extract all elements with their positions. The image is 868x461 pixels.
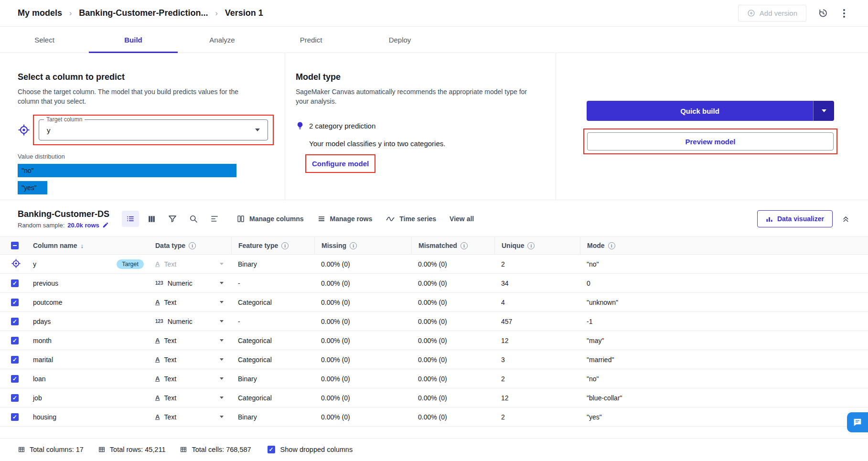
add-version-button[interactable]: Add version	[738, 5, 806, 21]
tab[interactable]: Analyze	[178, 27, 267, 53]
info-icon[interactable]	[461, 242, 468, 249]
unique-value: 12	[501, 337, 587, 344]
data-type-icon: A	[155, 394, 160, 401]
data-type-dropdown[interactable]: 123 Numeric	[155, 279, 238, 287]
column-header[interactable]: Data type	[155, 237, 238, 254]
row-checkbox[interactable]	[11, 413, 19, 421]
table-row: previous 123 Numeric - 0.00% (0) 0.00% (…	[0, 274, 868, 293]
row-checkbox[interactable]	[11, 375, 19, 383]
data-type-dropdown[interactable]: A Text	[155, 413, 238, 421]
sort-descending-icon[interactable]: ↓	[81, 242, 84, 249]
show-dropped-columns-checkbox[interactable]	[268, 446, 275, 453]
quick-build-button[interactable]: Quick build	[587, 101, 813, 121]
time-series-button[interactable]: Time series	[386, 214, 436, 224]
configure-model-button[interactable]: Configure model	[312, 160, 369, 168]
mismatched-value: 0.00% (0)	[418, 337, 501, 344]
column-header[interactable]: Column name ↓	[33, 237, 155, 254]
data-type-dropdown[interactable]: 123 Numeric	[155, 318, 238, 325]
target-column-select[interactable]: Target column y	[39, 119, 268, 140]
tab[interactable]: Deploy	[355, 27, 444, 53]
manage-columns-icon	[236, 214, 245, 223]
info-icon[interactable]	[608, 242, 615, 249]
dataset-toolbar: Banking-Customer-DS Random sample: 20.0k…	[0, 200, 868, 236]
row-checkbox[interactable]	[11, 394, 19, 402]
column-header[interactable]: Unique	[494, 237, 587, 254]
collapse-double-chevron-icon[interactable]	[841, 214, 850, 224]
data-visualizer-button[interactable]: Data visualizer	[757, 210, 833, 227]
view-all-button[interactable]: View all	[450, 215, 474, 223]
preview-model-button[interactable]: Preview model	[587, 132, 834, 150]
distribution-bar-label: "no"	[21, 167, 34, 174]
info-icon[interactable]	[281, 242, 289, 249]
data-type-dropdown[interactable]: A Text	[155, 299, 238, 306]
list-view-icon[interactable]	[122, 211, 139, 227]
column-header[interactable]: Feature type	[231, 237, 321, 254]
chevron-down-icon	[220, 320, 224, 322]
column-name: poutcome	[33, 299, 62, 306]
row-checkbox[interactable]	[11, 356, 19, 364]
dataset-info: Banking-Customer-DS Random sample: 20.0k…	[18, 209, 109, 229]
breadcrumb: My models › Banking-Customer-Prediction.…	[18, 8, 263, 18]
total-rows: Total rows: 45,211	[98, 446, 166, 453]
tab[interactable]: Build	[89, 27, 178, 53]
tab[interactable]: Select	[0, 27, 89, 53]
feature-type-value: Categorical	[238, 356, 321, 364]
row-checkbox[interactable]	[11, 299, 19, 306]
grid-view-icon[interactable]	[143, 211, 160, 227]
kebab-menu-icon[interactable]	[839, 7, 849, 20]
quick-build-dropdown-button[interactable]	[813, 101, 834, 121]
table-body: y Target A Text Binary 0.00% (0) 0.00% (…	[0, 255, 868, 427]
data-type-dropdown[interactable]: A Text	[155, 375, 238, 383]
random-sample-value-link[interactable]: 20.0k rows	[67, 222, 99, 229]
missing-value: 0.00% (0)	[321, 413, 418, 421]
info-icon[interactable]	[527, 242, 535, 249]
chevron-down-icon	[220, 301, 224, 303]
breadcrumb-my-models[interactable]: My models	[18, 8, 62, 18]
column-header[interactable]: Mode	[580, 237, 868, 254]
data-type-label: Text	[164, 375, 176, 383]
table-row: y Target A Text Binary 0.00% (0) 0.00% (…	[0, 255, 868, 274]
select-all-checkbox[interactable]	[11, 237, 33, 254]
value-distribution-label: Value distribution	[18, 153, 271, 160]
search-icon[interactable]	[185, 211, 202, 227]
model-detail: Your model classifies y into two categor…	[309, 139, 542, 148]
manage-columns-button[interactable]: Manage columns	[236, 214, 304, 223]
row-checkbox[interactable]	[11, 279, 19, 287]
data-type-dropdown[interactable]: A Text	[155, 356, 238, 364]
table-header: Column name ↓ Data type Feature type Mis…	[0, 236, 868, 255]
row-checkbox[interactable]	[11, 337, 19, 344]
total-rows-label: Total rows: 45,211	[110, 446, 166, 453]
target-icon	[11, 258, 21, 268]
data-type-icon: 123	[155, 319, 163, 324]
unique-value: 3	[501, 356, 587, 364]
mismatched-value: 0.00% (0)	[418, 413, 501, 421]
table-row: marital A Text Categorical 0.00% (0) 0.0…	[0, 350, 868, 369]
mismatched-value: 0.00% (0)	[418, 356, 501, 364]
feature-type-value: Categorical	[238, 299, 321, 306]
data-type-dropdown[interactable]: A Text	[155, 260, 238, 268]
data-type-icon: A	[155, 413, 160, 420]
info-icon[interactable]	[189, 242, 196, 249]
select-column-panel: Select a column to predict Choose the ta…	[0, 53, 285, 200]
chat-widget-button[interactable]	[847, 412, 868, 432]
edit-pencil-icon[interactable]	[102, 222, 109, 228]
manage-rows-button[interactable]: Manage rows	[317, 214, 373, 223]
history-icon[interactable]	[817, 7, 829, 19]
column-header[interactable]: Mismatched	[411, 237, 501, 254]
filter-icon[interactable]	[164, 211, 181, 227]
info-icon[interactable]	[350, 242, 357, 249]
row-checkbox[interactable]	[11, 318, 19, 325]
column-list-icon[interactable]	[206, 211, 223, 227]
missing-value: 0.00% (0)	[321, 299, 418, 306]
unique-value: 12	[501, 394, 587, 402]
breadcrumb-model-name[interactable]: Banking-Customer-Prediction...	[79, 8, 208, 18]
mismatched-value: 0.00% (0)	[418, 260, 501, 268]
column-header[interactable]: Missing	[314, 237, 418, 254]
table-row: pdays 123 Numeric - 0.00% (0) 0.00% (0) …	[0, 312, 868, 331]
feature-type-value: Binary	[238, 260, 321, 268]
data-type-dropdown[interactable]: A Text	[155, 337, 238, 344]
data-type-label: Text	[164, 413, 176, 421]
tab[interactable]: Predict	[267, 27, 355, 53]
data-type-dropdown[interactable]: A Text	[155, 394, 238, 402]
unique-value: 34	[501, 279, 587, 287]
